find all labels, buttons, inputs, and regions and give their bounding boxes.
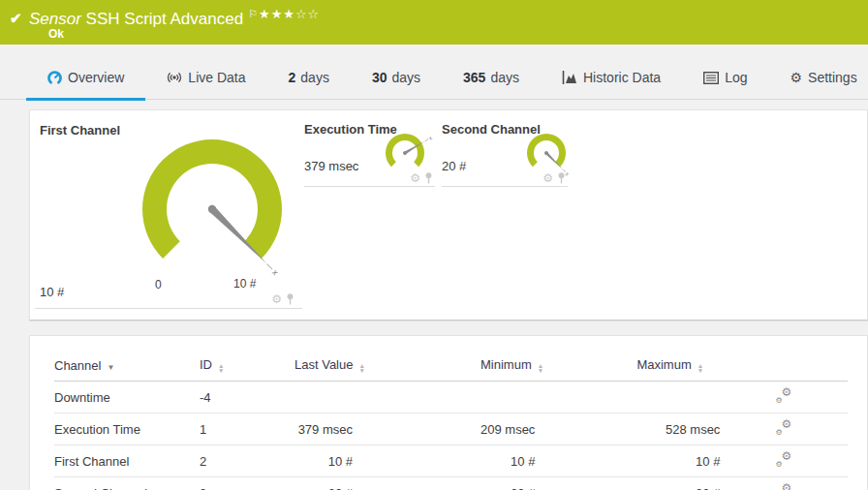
overview-gauges-panel: First Channel x 0 10 # 10 # ⚙ Execution … [29,109,868,321]
tab-label: Settings [808,70,857,85]
tab-historic-data[interactable]: Historic Data [541,70,682,99]
cell-last-value: 10 # [294,445,480,477]
tab-number: 365 [463,70,485,85]
channel-gear-icon[interactable]: ⚙ [410,172,420,184]
tab-overview[interactable]: Overview [26,70,145,99]
channel-settings-icon[interactable]: ⚙⚙ [775,388,791,403]
channel-settings-icon[interactable]: ⚙⚙ [775,484,791,490]
table-header-row: Channel▼ ID▲▼ Last Value▲▼ Minimum▲▼ Max… [54,357,848,382]
sensor-status-banner: ✔ Sensor SSH Script Advanced⚐ ★★★☆☆ Ok [0,0,868,45]
tab-settings[interactable]: ⚙ Settings [768,70,868,99]
sort-desc-icon[interactable]: ▼ [107,364,114,372]
tab-2-days[interactable]: 2 days [267,70,351,99]
channel-gear-icon[interactable]: ⚙ [542,172,553,184]
cell-last-value: 20 # [294,477,480,490]
cell-minimum: 20 # [480,477,636,490]
tab-label: Overview [68,70,124,85]
sort-icon[interactable]: ▲▼ [218,363,224,373]
cell-minimum [480,382,636,413]
tab-number: 2 [289,70,296,85]
channel-settings-icon[interactable]: ⚙⚙ [775,420,791,435]
stars-empty[interactable]: ☆☆ [295,7,320,21]
gear-icon: ⚙ [790,71,802,84]
gauge-tools: ⚙ [410,172,433,184]
pin-icon[interactable] [557,172,566,184]
sort-icon[interactable]: ▲▼ [698,363,703,373]
channels-table-panel: Channel▼ ID▲▼ Last Value▲▼ Minimum▲▼ Max… [29,335,868,490]
header-last-value[interactable]: Last Value▲▼ [294,357,480,382]
svg-text:x: x [427,135,433,141]
gauge-icon [47,71,62,85]
gauge-scale-min: 0 [155,278,162,291]
tab-label: days [490,70,519,85]
tab-label: days [300,70,329,85]
cell-last-value: 379 msec [294,413,480,445]
cell-channel[interactable]: Execution Time [54,413,200,445]
table-row-downtime[interactable]: Downtime -4 ⚙⚙ [54,382,848,413]
channel-gear-icon[interactable]: ⚙ [271,293,282,305]
gauge-current-value: 10 # [40,285,64,299]
status-badge: Ok [48,27,64,41]
cell-id: 2 [200,445,294,477]
table-row-second-channel[interactable]: Second Channel 3 20 # 20 # 20 # ⚙⚙ [54,477,848,490]
header-id[interactable]: ID▲▼ [200,357,294,382]
header-minimum[interactable]: Minimum▲▼ [480,357,636,382]
tab-label: Historic Data [583,70,661,85]
pin-icon[interactable] [286,293,294,305]
tab-number: 30 [372,70,388,85]
gauge-tools: ⚙ [542,172,566,184]
cell-channel[interactable]: First Channel [54,445,200,477]
first-channel-gauge: x [115,127,309,291]
cell-channel[interactable]: Second Channel [54,477,200,490]
gauge-current-value: 379 msec [304,159,358,173]
cell-maximum: 20 # [636,477,760,490]
cell-minimum: 209 msec [480,413,636,445]
header-channel[interactable]: Channel▼ [54,357,200,382]
gauge-scale-max: 10 # [233,277,256,291]
gauge-cell-second-channel: Second Channel x 20 # ⚙ [442,116,568,187]
cell-maximum [636,382,760,413]
tab-live-data[interactable]: Live Data [145,70,266,99]
stars-filled[interactable]: ★★★ [259,7,295,21]
pin-icon[interactable] [424,172,433,184]
gauge-cell-first-channel: First Channel x 0 10 # 10 # ⚙ [35,116,302,309]
area-chart-icon [562,71,577,84]
gauge-cell-execution-time: Execution Time x 379 msec ⚙ [304,116,435,187]
sensor-type-label: Sensor [29,10,81,28]
header-maximum[interactable]: Maximum▲▼ [636,357,760,382]
cell-id: -4 [200,382,294,413]
log-list-icon [703,72,719,84]
sort-icon[interactable]: ▲▼ [538,363,543,373]
table-row-execution-time[interactable]: Execution Time 1 379 msec 209 msec 528 m… [54,413,848,445]
tab-365-days[interactable]: 365 days [442,70,541,99]
channels-table: Channel▼ ID▲▼ Last Value▲▼ Minimum▲▼ Max… [54,357,848,490]
cell-minimum: 10 # [480,445,636,477]
ok-check-icon: ✔ [10,10,22,27]
sort-icon[interactable]: ▲▼ [358,363,364,373]
gauge-current-value: 20 # [442,159,466,173]
sensor-tabbar: Overview Live Data 2 days 30 days 365 da… [0,45,868,100]
tab-label: Log [725,70,747,85]
cell-id: 1 [200,413,294,445]
gauge-title: First Channel [40,123,120,138]
cell-maximum: 528 msec [636,413,760,445]
tab-log[interactable]: Log [682,70,768,99]
priority-flag-icon[interactable]: ⚐ [248,8,258,19]
tab-label: days [391,70,420,85]
tab-30-days[interactable]: 30 days [351,70,442,99]
gauge-tools: ⚙ [271,293,294,305]
tab-label: Live Data [188,70,245,85]
table-row-first-channel[interactable]: First Channel 2 10 # 10 # 10 # ⚙⚙ [54,445,848,477]
cell-last-value [294,382,480,413]
priority-stars[interactable]: ★★★☆☆ [259,7,320,21]
live-data-icon [167,71,182,84]
header-actions [760,357,848,382]
cell-channel[interactable]: Downtime [54,382,200,413]
cell-id: 3 [200,477,294,490]
sensor-name: SSH Script Advanced [86,10,244,28]
cell-maximum: 10 # [636,445,760,477]
channel-settings-icon[interactable]: ⚙⚙ [775,452,791,467]
page-title: Sensor SSH Script Advanced⚐ [29,8,258,29]
